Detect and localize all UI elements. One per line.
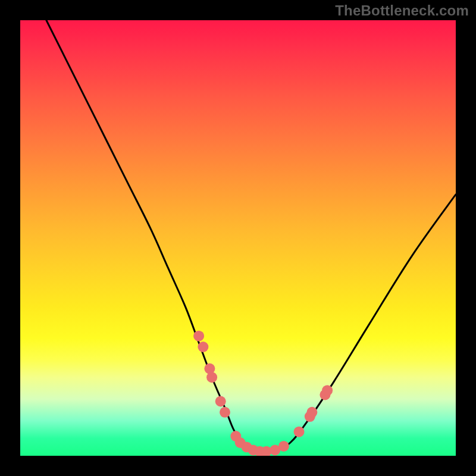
- curve-marker: [278, 441, 289, 452]
- curve-marker: [294, 427, 305, 437]
- curve-marker: [306, 407, 317, 418]
- bottleneck-curve: [46, 20, 456, 452]
- chart-svg: [20, 20, 456, 456]
- chart-frame: TheBottleneck.com: [0, 0, 476, 476]
- curve-marker: [206, 372, 217, 383]
- curve-marker: [215, 396, 226, 407]
- curve-marker: [198, 342, 208, 352]
- curve-marker: [193, 331, 204, 342]
- curve-marker: [220, 407, 230, 418]
- curve-markers: [193, 331, 333, 456]
- plot-area: [20, 20, 456, 456]
- watermark-label: TheBottleneck.com: [335, 2, 469, 19]
- curve-marker: [322, 385, 333, 396]
